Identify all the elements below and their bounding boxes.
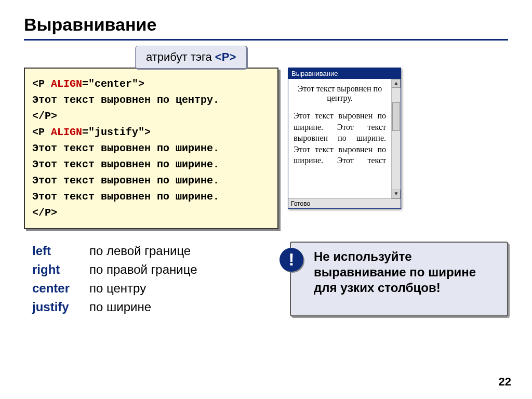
align-keyword: center	[32, 279, 89, 298]
align-desc: по ширине	[89, 300, 151, 314]
list-item: rightпо правой границе	[32, 260, 197, 279]
align-desc: по центру	[89, 281, 146, 295]
preview-titlebar: Выравнивание	[288, 68, 401, 79]
code-text: ="justify">	[82, 126, 151, 138]
warning-icon: !	[280, 248, 303, 272]
code-attr: ALIGN	[51, 126, 82, 138]
warning-box: ! Не используйте выравнивание по ширине …	[290, 242, 508, 316]
code-line: Этот текст выровнен по ширине.	[32, 140, 270, 156]
list-item: leftпо левой границе	[32, 242, 197, 260]
warning-text: Не используйте выравнивание по ширине дл…	[314, 249, 476, 295]
code-line: <P ALIGN="justify">	[32, 124, 270, 140]
code-text: <P	[32, 78, 51, 90]
code-line: Этот текст выровнен по центру.	[32, 92, 270, 108]
code-line: Этот текст выровнен по ширине.	[32, 189, 270, 205]
align-keyword: justify	[32, 298, 89, 316]
scroll-down-icon[interactable]: ▼	[392, 190, 401, 198]
code-text: ="center">	[82, 78, 144, 90]
code-line: <P ALIGN="center">	[32, 76, 270, 92]
code-example-box: <P ALIGN="center"> Этот текст выровнен п…	[24, 68, 278, 229]
scrollbar[interactable]: ▲ ▼	[391, 79, 401, 198]
attribute-callout: атрибут тэга <P>	[135, 46, 248, 70]
preview-statusbar: Готово	[288, 198, 401, 208]
code-line: Этот текст выровнен по ширине.	[32, 172, 270, 189]
code-line: Этот текст выровнен по ширине.	[32, 156, 270, 172]
scroll-up-icon[interactable]: ▲	[392, 79, 401, 88]
preview-center-text: Этот текст выровнен по центру.	[294, 84, 386, 103]
align-desc: по правой границе	[89, 262, 197, 276]
preview-content: Этот текст выровнен по центру. Этот текс…	[288, 79, 391, 198]
scroll-thumb[interactable]	[392, 102, 400, 131]
list-item: justifyпо ширине	[32, 298, 197, 316]
preview-justify-text: Этот текст выровнен по ширине. Этот текс…	[294, 110, 386, 166]
align-values-list: leftпо левой границе rightпо правой гран…	[24, 242, 197, 316]
align-keyword: left	[32, 242, 89, 260]
preview-window: Выравнивание Этот текст выровнен по цент…	[288, 68, 401, 209]
align-desc: по левой границе	[89, 244, 191, 258]
code-attr: ALIGN	[51, 78, 82, 90]
page-title: Выравнивание	[24, 15, 508, 35]
code-line: </P>	[32, 205, 270, 221]
align-keyword: right	[32, 260, 89, 279]
title-underline	[24, 39, 508, 41]
code-line: </P>	[32, 108, 270, 124]
list-item: centerпо центру	[32, 279, 197, 298]
code-text: <P	[32, 126, 51, 138]
callout-tag: <P>	[215, 50, 236, 63]
callout-prefix: атрибут тэга	[146, 50, 215, 63]
slide-number: 22	[499, 375, 511, 389]
